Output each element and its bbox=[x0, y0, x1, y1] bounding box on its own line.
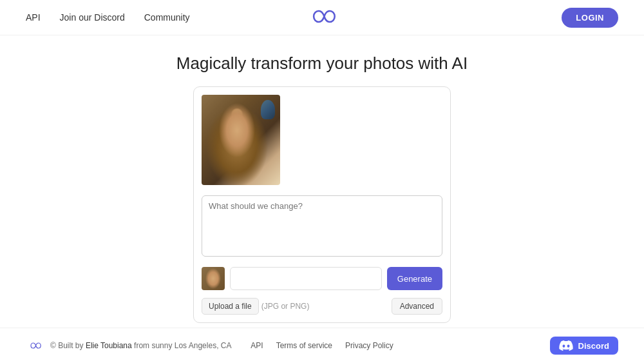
textarea-wrapper bbox=[194, 193, 450, 267]
image-area bbox=[194, 87, 450, 193]
generate-button[interactable]: Generate bbox=[387, 267, 442, 290]
editor-card: Generate Upload a file (JPG or PNG) Adva… bbox=[193, 86, 451, 323]
page-headline: Magically transform your photos with AI bbox=[176, 54, 468, 74]
upload-button[interactable]: Upload a file bbox=[202, 298, 259, 315]
logo-icon bbox=[303, 5, 341, 28]
main-content: Magically transform your photos with AI … bbox=[0, 35, 644, 323]
nav-left: API Join our Discord Community bbox=[26, 12, 190, 23]
nav-api[interactable]: API bbox=[26, 12, 41, 23]
thumbnail-preview bbox=[202, 267, 225, 290]
advanced-button[interactable]: Advanced bbox=[392, 298, 442, 315]
uploaded-image bbox=[202, 95, 280, 185]
footer-terms-link[interactable]: Terms of service bbox=[276, 341, 332, 350]
footer-logo-icon bbox=[26, 340, 44, 351]
discord-label: Discord bbox=[578, 341, 609, 351]
footer-api-link[interactable]: API bbox=[251, 341, 263, 350]
login-button[interactable]: LOGIN bbox=[562, 8, 618, 28]
upload-row: Upload a file (JPG or PNG) Advanced bbox=[194, 298, 450, 322]
nav-community[interactable]: Community bbox=[144, 12, 190, 23]
footer-right: Discord bbox=[550, 337, 618, 355]
author-link[interactable]: Elie Toubiana bbox=[86, 341, 132, 350]
nav-right: LOGIN bbox=[562, 8, 618, 28]
prompt-input[interactable] bbox=[230, 267, 382, 290]
nav-discord[interactable]: Join our Discord bbox=[60, 12, 125, 23]
footer: © Built by Elie Toubiana from sunny Los … bbox=[0, 328, 644, 363]
footer-left: © Built by Elie Toubiana from sunny Los … bbox=[26, 340, 231, 351]
footer-credit: © Built by Elie Toubiana from sunny Los … bbox=[50, 341, 231, 350]
footer-privacy-link[interactable]: Privacy Policy bbox=[345, 341, 393, 350]
bottom-row: Generate bbox=[194, 267, 450, 298]
upload-hint: (JPG or PNG) bbox=[261, 302, 310, 311]
header: API Join our Discord Community LOGIN bbox=[0, 0, 644, 35]
discord-icon bbox=[559, 340, 573, 351]
footer-center-links: API Terms of service Privacy Policy bbox=[251, 341, 393, 350]
discord-badge[interactable]: Discord bbox=[550, 337, 618, 355]
logo[interactable] bbox=[303, 5, 341, 30]
prompt-textarea[interactable] bbox=[202, 195, 442, 257]
